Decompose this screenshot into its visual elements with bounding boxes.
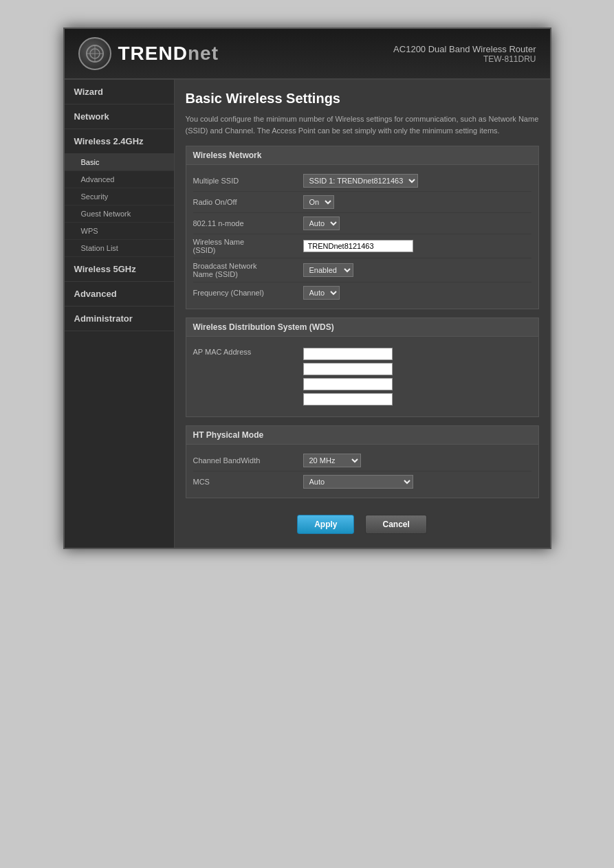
broadcast-name-select[interactable]: Enabled Disabled <box>303 263 353 277</box>
header: TRENDnet AC1200 Dual Band Wireless Route… <box>65 29 550 80</box>
main-layout: Wizard Network Wireless 2.4GHz Basic Adv… <box>65 80 550 548</box>
ap-mac-inputs <box>303 348 393 405</box>
sidebar: Wizard Network Wireless 2.4GHz Basic Adv… <box>65 80 175 548</box>
cancel-button[interactable]: Cancel <box>365 515 426 534</box>
frequency-channel-label: Frequency (Channel) <box>193 289 303 297</box>
ht-physical-section: HT Physical Mode Channel BandWidth 20 MH… <box>186 425 539 498</box>
page-title: Basic Wireless Settings <box>186 91 539 107</box>
wds-body: AP MAC Address <box>186 337 538 416</box>
channel-bandwidth-row: Channel BandWidth 20 MHz 40 MHz 20/40 MH… <box>193 450 531 471</box>
sidebar-item-station-list[interactable]: Station List <box>65 240 174 257</box>
wireless-name-control <box>303 240 413 252</box>
wireless-network-body: Multiple SSID SSID 1: TRENDnet8121463 SS… <box>186 165 538 309</box>
sidebar-item-advanced[interactable]: Advanced <box>65 171 174 188</box>
sidebar-item-wizard[interactable]: Wizard <box>65 80 174 104</box>
trendnet-logo-icon <box>78 37 111 70</box>
apply-button[interactable]: Apply <box>297 515 354 534</box>
ap-mac-input-3[interactable] <box>303 378 393 390</box>
multiple-ssid-label: Multiple SSID <box>193 177 303 185</box>
wireless-network-header: Wireless Network <box>186 146 538 165</box>
wireless-name-label: Wireless Name(SSID) <box>193 238 303 254</box>
ap-mac-input-4[interactable] <box>303 393 393 405</box>
radio-onoff-select[interactable]: On Off <box>303 195 334 209</box>
radio-onoff-label: Radio On/Off <box>193 198 303 206</box>
page-description: You could configure the minimum number o… <box>186 113 539 136</box>
sidebar-item-advanced-main[interactable]: Advanced <box>65 282 174 307</box>
sidebar-item-security[interactable]: Security <box>65 188 174 205</box>
channel-bandwidth-control: 20 MHz 40 MHz 20/40 MHz <box>303 454 361 467</box>
wireless-name-input[interactable] <box>303 240 413 252</box>
wireless-network-section: Wireless Network Multiple SSID SSID 1: T… <box>186 146 539 309</box>
mcs-select[interactable]: Auto 012 345 67 <box>303 475 413 489</box>
wireless-name-row: Wireless Name(SSID) <box>193 234 531 258</box>
wds-section: Wireless Distribution System (WDS) AP MA… <box>186 318 539 417</box>
broadcast-name-row: Broadcast NetworkName (SSID) Enabled Dis… <box>193 258 531 282</box>
content-wrapper: Basic Wireless Settings You could config… <box>186 91 539 537</box>
ht-physical-body: Channel BandWidth 20 MHz 40 MHz 20/40 MH… <box>186 445 538 498</box>
channel-bandwidth-label: Channel BandWidth <box>193 456 303 465</box>
multiple-ssid-row: Multiple SSID SSID 1: TRENDnet8121463 SS… <box>193 170 531 192</box>
sidebar-item-wps[interactable]: WPS <box>65 223 174 240</box>
sidebar-item-administrator[interactable]: Administrator <box>65 307 174 331</box>
device-model: TEW-811DRU <box>393 54 536 64</box>
80211-nmode-label: 802.11 n-mode <box>193 219 303 227</box>
ap-mac-label: AP MAC Address <box>193 348 303 356</box>
wds-header: Wireless Distribution System (WDS) <box>186 318 538 337</box>
ap-mac-input-1[interactable] <box>303 348 393 360</box>
multiple-ssid-control: SSID 1: TRENDnet8121463 SSID 2 SSID 3 SS… <box>303 174 418 188</box>
device-name: AC1200 Dual Band Wireless Router <box>393 44 536 54</box>
sidebar-item-wireless5[interactable]: Wireless 5GHz <box>65 257 174 282</box>
80211-nmode-row: 802.11 n-mode Auto On Off <box>193 213 531 234</box>
sidebar-item-guest-network[interactable]: Guest Network <box>65 205 174 223</box>
logo-area: TRENDnet <box>78 37 219 70</box>
button-row: Apply Cancel <box>186 507 539 537</box>
frequency-channel-control: Auto 123 456 789 1011 <box>303 286 340 300</box>
content-area: Basic Wireless Settings You could config… <box>175 80 550 548</box>
80211-nmode-select[interactable]: Auto On Off <box>303 216 340 230</box>
frequency-channel-select[interactable]: Auto 123 456 789 1011 <box>303 286 340 300</box>
broadcast-name-label: Broadcast NetworkName (SSID) <box>193 262 303 278</box>
mcs-label: MCS <box>193 478 303 486</box>
ht-physical-header: HT Physical Mode <box>186 426 538 445</box>
frequency-channel-row: Frequency (Channel) Auto 123 456 789 101… <box>193 282 531 303</box>
80211-nmode-control: Auto On Off <box>303 216 340 230</box>
brand-name: TRENDnet <box>118 43 219 65</box>
radio-onoff-row: Radio On/Off On Off <box>193 192 531 213</box>
radio-onoff-control: On Off <box>303 195 334 209</box>
mcs-control: Auto 012 345 67 <box>303 475 413 489</box>
ap-mac-row: AP MAC Address <box>193 342 531 411</box>
sidebar-item-basic[interactable]: Basic <box>65 154 174 171</box>
channel-bandwidth-select[interactable]: 20 MHz 40 MHz 20/40 MHz <box>303 454 361 467</box>
sidebar-item-network[interactable]: Network <box>65 104 174 129</box>
sidebar-item-wireless24[interactable]: Wireless 2.4GHz <box>65 129 174 154</box>
device-info: AC1200 Dual Band Wireless Router TEW-811… <box>393 44 536 64</box>
mcs-row: MCS Auto 012 345 67 <box>193 471 531 492</box>
multiple-ssid-select[interactable]: SSID 1: TRENDnet8121463 SSID 2 SSID 3 SS… <box>303 174 418 188</box>
broadcast-name-control: Enabled Disabled <box>303 263 353 277</box>
router-ui: TRENDnet AC1200 Dual Band Wireless Route… <box>63 27 551 549</box>
ap-mac-input-2[interactable] <box>303 363 393 375</box>
